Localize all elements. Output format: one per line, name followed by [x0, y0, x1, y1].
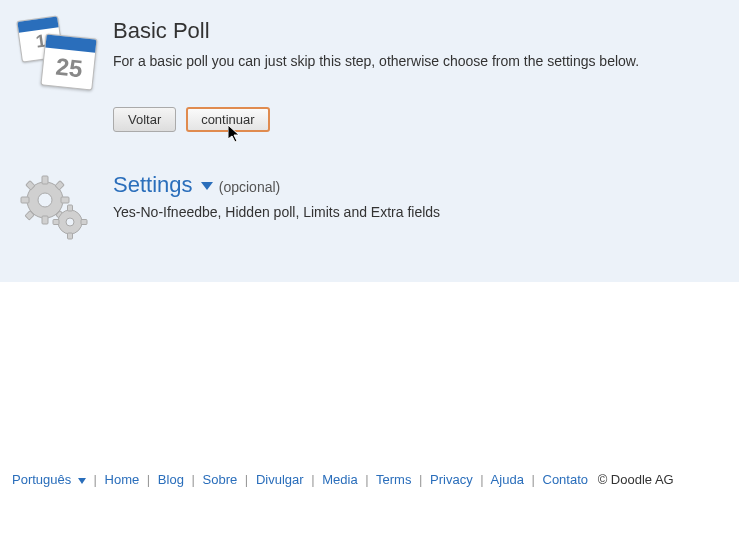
content-area: 1 25 Basic Poll For a basic poll you can… — [0, 0, 739, 282]
chevron-down-icon — [78, 478, 86, 484]
settings-link[interactable]: Settings — [113, 172, 213, 197]
settings-optional: (opcional) — [219, 179, 280, 195]
copyright: © Doodle AG — [598, 472, 674, 487]
gear-icon-col — [15, 172, 113, 242]
basic-poll-title: Basic Poll — [113, 18, 724, 44]
settings-text: Settings (opcional) Yes-No-Ifneedbe, Hid… — [113, 172, 724, 220]
calendar-icon: 1 25 — [15, 18, 95, 88]
svg-rect-12 — [68, 205, 73, 211]
footer: Português | Home | Blog | Sobre | Divulg… — [0, 457, 686, 502]
footer-link-divulgar[interactable]: Divulgar — [256, 472, 304, 487]
svg-rect-15 — [81, 219, 87, 224]
button-row: Voltar continuar — [113, 107, 724, 132]
footer-link-media[interactable]: Media — [322, 472, 357, 487]
footer-link-sobre[interactable]: Sobre — [203, 472, 238, 487]
settings-title-row: Settings (opcional) — [113, 172, 724, 198]
language-selector[interactable]: Português — [12, 472, 86, 487]
gear-icon — [15, 172, 95, 242]
chevron-down-icon — [201, 182, 213, 190]
svg-rect-3 — [42, 216, 48, 224]
footer-link-contato[interactable]: Contato — [543, 472, 589, 487]
svg-rect-5 — [61, 197, 69, 203]
svg-point-11 — [66, 218, 74, 226]
basic-poll-section: 1 25 Basic Poll For a basic poll you can… — [15, 18, 724, 132]
footer-link-ajuda[interactable]: Ajuda — [491, 472, 524, 487]
svg-rect-2 — [42, 176, 48, 184]
svg-point-1 — [38, 193, 52, 207]
svg-rect-13 — [68, 233, 73, 239]
basic-poll-description: For a basic poll you can just skip this … — [113, 52, 724, 72]
settings-section: Settings (opcional) Yes-No-Ifneedbe, Hid… — [15, 172, 724, 242]
basic-poll-text: Basic Poll For a basic poll you can just… — [113, 18, 724, 132]
settings-description: Yes-No-Ifneedbe, Hidden poll, Limits and… — [113, 204, 724, 220]
footer-link-blog[interactable]: Blog — [158, 472, 184, 487]
footer-link-terms[interactable]: Terms — [376, 472, 411, 487]
back-button[interactable]: Voltar — [113, 107, 176, 132]
continue-button[interactable]: continuar — [186, 107, 269, 132]
footer-link-privacy[interactable]: Privacy — [430, 472, 473, 487]
calendar-icon-col: 1 25 — [15, 18, 113, 88]
svg-rect-14 — [53, 219, 59, 224]
footer-link-home[interactable]: Home — [105, 472, 140, 487]
svg-rect-4 — [21, 197, 29, 203]
